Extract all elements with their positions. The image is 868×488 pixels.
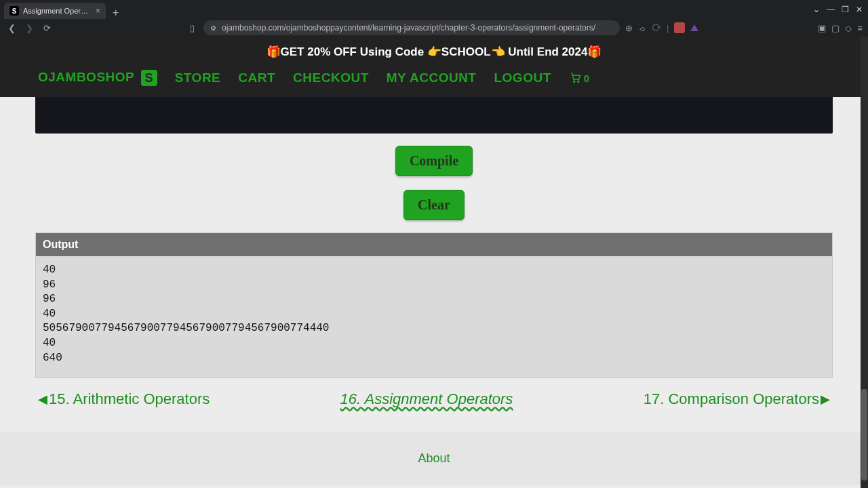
- nav-store[interactable]: STORE: [175, 70, 221, 85]
- extension-icon[interactable]: [690, 24, 698, 31]
- main-nav: OJAMBOSHOP S STORE CART CHECKOUT MY ACCO…: [0, 63, 868, 97]
- nav-logout[interactable]: LOGOUT: [494, 70, 551, 85]
- chapter-pager: ◀15. Arithmetic Operators 16. Assignment…: [35, 378, 833, 432]
- forward-button: ❯: [23, 22, 35, 34]
- site-header: 🎁GET 20% OFF Using Code 👉SCHOOL👈 Until E…: [0, 37, 868, 97]
- cart-count: 0: [584, 73, 589, 84]
- site-footer: About: [0, 432, 868, 485]
- content-column: Compile Clear Output 40 96 96 40 5056790…: [35, 97, 833, 432]
- menu-icon[interactable]: ≡: [857, 23, 863, 33]
- adblock-icon[interactable]: [674, 22, 685, 33]
- chevron-down-icon[interactable]: ⌄: [813, 5, 820, 14]
- back-button[interactable]: ❮: [5, 22, 18, 34]
- svg-point-1: [577, 81, 578, 82]
- nav-cart[interactable]: CART: [238, 70, 275, 85]
- svg-point-0: [573, 81, 574, 82]
- maximize-icon[interactable]: ❐: [842, 5, 849, 14]
- nav-checkout[interactable]: CHECKOUT: [293, 70, 369, 85]
- toolbar-right: ⊕ ⪦ ⧂ | ▣ ▢ ◇ ≡: [625, 22, 863, 33]
- address-bar[interactable]: ⚙ ojamboshop.com/ojamboshoppaycontent/le…: [203, 20, 620, 35]
- reload-button[interactable]: ⟳: [41, 22, 53, 34]
- browser-tab[interactable]: S Assignment Operators - Oj ×: [4, 3, 106, 19]
- sidepanel-icon[interactable]: ▣: [818, 23, 826, 33]
- pager-prev-link[interactable]: ◀15. Arithmetic Operators: [38, 390, 210, 408]
- browser-chrome: S Assignment Operators - Oj × + ⌄ — ❐ ✕ …: [0, 0, 868, 37]
- tab-title: Assignment Operators - Oj: [23, 7, 92, 15]
- output-panel: Output 40 96 96 40 505679007794567900779…: [35, 232, 833, 378]
- devtools-icon[interactable]: ◇: [845, 23, 852, 33]
- nav-my-account[interactable]: MY ACCOUNT: [387, 70, 477, 85]
- page-viewport: 🎁GET 20% OFF Using Code 👉SCHOOL👈 Until E…: [0, 37, 868, 488]
- triangle-left-icon: ◀: [38, 392, 47, 407]
- pager-current: 16. Assignment Operators: [340, 390, 513, 408]
- favicon-icon: S: [9, 6, 19, 16]
- output-heading: Output: [36, 233, 832, 256]
- code-editor-area[interactable]: [35, 97, 833, 134]
- site-settings-icon[interactable]: ⚙: [210, 24, 216, 32]
- scrollbar-track[interactable]: [861, 37, 868, 488]
- url-bar: ❮ ❯ ⟳ ▯ ⚙ ojamboshop.com/ojamboshoppayco…: [0, 19, 868, 37]
- zoom-icon[interactable]: ⊕: [625, 23, 633, 33]
- bookmark-icon[interactable]: ▯: [186, 22, 198, 34]
- footer-about-link[interactable]: About: [418, 451, 450, 465]
- close-window-icon[interactable]: ✕: [856, 5, 863, 14]
- reader-icon[interactable]: ▢: [831, 23, 840, 33]
- clear-button[interactable]: Clear: [403, 190, 465, 220]
- promo-banner: 🎁GET 20% OFF Using Code 👉SCHOOL👈 Until E…: [0, 37, 868, 63]
- cart-icon: [569, 72, 583, 84]
- window-controls: ⌄ — ❐ ✕: [813, 0, 868, 19]
- scrollbar-thumb[interactable]: [861, 389, 867, 481]
- url-text: ojamboshop.com/ojamboshoppaycontent/lear…: [222, 23, 595, 33]
- close-tab-icon[interactable]: ×: [96, 6, 100, 16]
- tab-bar: S Assignment Operators - Oj × + ⌄ — ❐ ✕: [0, 0, 868, 19]
- minimize-icon[interactable]: —: [827, 5, 835, 14]
- logo-icon: S: [141, 70, 157, 86]
- share-icon[interactable]: ⪦: [638, 23, 647, 33]
- output-body: 40 96 96 40 5056790077945679007794567900…: [36, 256, 832, 378]
- pager-next-link[interactable]: 17. Comparison Operators▶: [644, 390, 830, 408]
- cart-widget[interactable]: 0: [569, 72, 589, 84]
- compile-button[interactable]: Compile: [395, 146, 473, 176]
- new-tab-button[interactable]: +: [106, 7, 125, 19]
- rss-icon[interactable]: ⧂: [652, 22, 661, 33]
- brand-link[interactable]: OJAMBOSHOP S: [38, 70, 157, 86]
- triangle-right-icon: ▶: [821, 392, 830, 407]
